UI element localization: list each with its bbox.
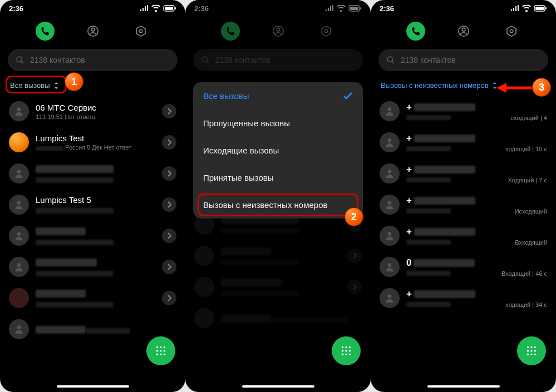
call-sub: Вхходящий [515,239,547,246]
svg-point-10 [17,201,21,205]
list-item[interactable]: + Исходящий [376,189,550,220]
svg-marker-65 [496,83,506,93]
status-time: 2:36 [380,4,394,13]
call-sub: cходящий | 4 [510,115,547,121]
list-item[interactable] [6,282,180,314]
detail-button[interactable] [162,291,176,305]
svg-point-44 [462,28,465,31]
svg-point-18 [160,350,161,351]
search-bar[interactable]: 2138 контактов [8,49,178,71]
call-sub: Ходящий | 7 c [508,177,547,183]
detail-button[interactable] [162,197,176,212]
call-body: + Ходящий | 7 c [406,164,547,183]
dropdown-item-all[interactable]: Все вызовы [193,82,363,110]
call-name: Lumpics Test 5 [36,195,155,205]
svg-point-51 [388,201,392,205]
svg-point-59 [530,350,532,351]
call-list[interactable]: + cходящий | 4 + ходящий | 10 c + Ходящи… [371,96,556,314]
call-body: + cходящий | 4 [406,102,547,121]
search-bar[interactable]: 2138 контактов [378,49,548,71]
phone-screen-2: 2:36 2138 контактов Все вызовы Пропущенн… [185,0,371,392]
svg-point-39 [349,354,351,355]
list-item[interactable]: Lumpics Test 5 [6,189,180,220]
svg-point-12 [17,263,21,267]
avatar [9,257,29,277]
annotation-bubble-3: 3 [532,78,551,97]
call-body: + ходящий | 34 c [406,289,547,308]
svg-point-22 [164,354,165,355]
detail-button[interactable] [162,260,176,274]
tab-contacts[interactable] [454,22,473,41]
avatar [9,101,29,121]
dialpad-fab[interactable] [517,336,546,365]
avatar [380,101,400,121]
list-item[interactable]: 0 Входящий | 46 c [376,251,550,282]
home-indicator[interactable] [57,385,129,388]
dropdown-item-unknown[interactable]: Вызовы с неизвестных номеров [193,191,363,219]
home-indicator[interactable] [242,385,314,388]
call-sub: Входящий | 46 c [501,270,547,277]
call-body: Lumpics Test 5 [36,195,155,215]
svg-point-34 [342,350,343,351]
list-item[interactable]: + ходящий | 10 c [376,127,550,158]
call-body: + Вхходящий [406,226,547,246]
dialpad-fab[interactable] [146,336,175,365]
status-bar: 2:36 [0,0,185,17]
svg-point-50 [388,170,392,173]
svg-point-53 [388,263,392,267]
dropdown-item-outgoing[interactable]: Исходящие вызовы [193,137,363,164]
call-body: 06 МТС Сервис 111 19:51 Нет ответа [36,103,155,120]
call-sub: ходящий | 10 c [505,146,547,152]
filter-dropdown-button[interactable]: Вызовы с неизвестных номеров [381,81,498,90]
svg-point-33 [349,346,351,348]
filter-dropdown-button[interactable]: Все вызовы [10,81,59,90]
list-item[interactable]: + Вхходящий [376,220,550,251]
tab-settings[interactable] [131,22,150,41]
list-item[interactable]: Lumpics Test Россия 5 Дек Нет ответ [6,127,180,158]
svg-point-20 [156,354,158,355]
svg-point-54 [388,294,392,298]
svg-point-16 [164,346,165,348]
detail-button[interactable] [162,229,176,243]
avatar [9,132,29,152]
svg-point-13 [17,325,21,329]
list-item[interactable] [6,220,180,251]
avatar [9,163,29,183]
filter-label: Все вызовы [10,81,50,90]
list-item[interactable]: 06 МТС Сервис 111 19:51 Нет ответа [6,96,180,127]
dialpad-fab[interactable] [332,336,361,365]
tab-calls[interactable] [36,22,55,41]
svg-point-55 [527,346,529,348]
list-item[interactable] [6,251,180,282]
status-icons [510,5,547,12]
call-list[interactable]: 06 МТС Сервис 111 19:51 Нет ответа Lumpi… [0,96,185,345]
avatar [380,288,400,308]
home-indicator[interactable] [427,385,500,388]
svg-point-58 [527,350,529,351]
call-body: + ходящий | 10 c [406,133,547,152]
annotation-bubble-1: 1 [65,72,83,91]
tab-settings[interactable] [502,22,521,41]
svg-rect-1 [165,7,173,10]
svg-line-7 [21,61,23,63]
svg-point-19 [164,350,165,351]
detail-button[interactable] [162,135,176,150]
list-item[interactable]: + ходящий | 34 c [376,282,550,314]
svg-line-47 [392,61,394,63]
annotation-arrow [496,81,535,95]
detail-button[interactable] [162,104,176,118]
call-sub: Исходящий [515,208,547,215]
dropdown-item-incoming[interactable]: Принятые вызовы [193,164,363,191]
detail-button[interactable] [162,166,176,181]
svg-point-14 [156,346,158,348]
list-item[interactable]: + cходящий | 4 [376,96,550,127]
dropdown-item-missed[interactable]: Пропущенные вызовы [193,110,363,137]
tab-calls[interactable] [406,22,425,41]
avatar [380,226,400,246]
list-item[interactable]: + Ходящий | 7 c [376,158,550,189]
phone-screen-3: 2:36 2138 контактов Вызовы с неизвестных… [371,0,556,392]
call-name: Lumpics Test [36,133,155,143]
list-item[interactable] [6,158,180,189]
svg-rect-42 [545,7,547,9]
tab-contacts[interactable] [83,22,102,41]
